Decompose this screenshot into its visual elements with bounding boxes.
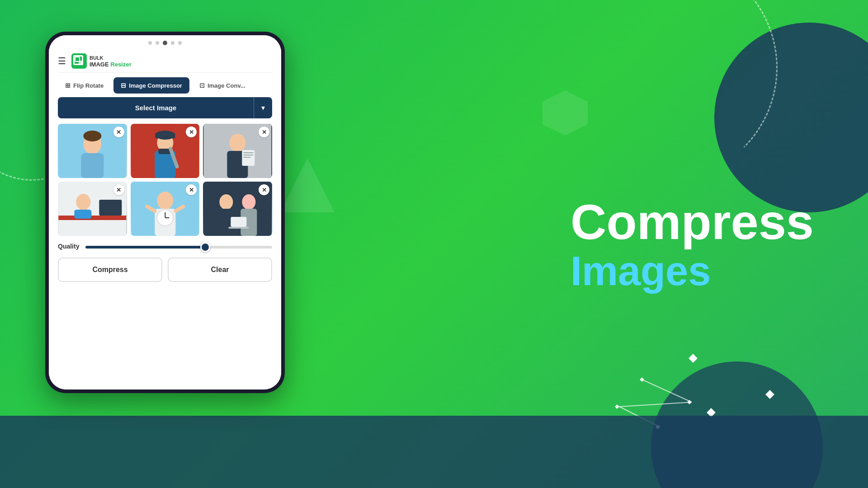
tab-image-converter[interactable]: ⊡ Image Conv... [192, 77, 253, 94]
select-image-row: Select Image ▾ [58, 97, 272, 118]
logo-svg [75, 56, 84, 66]
tab-image-compressor[interactable]: ⊟ Image Compressor [113, 77, 189, 94]
svg-point-35 [157, 192, 173, 210]
svg-rect-20 [155, 133, 175, 138]
tablet-screen: ☰ BULK [49, 35, 281, 389]
tablet-topbar [49, 35, 281, 49]
image-cell-3: ✕ [203, 124, 272, 178]
quality-slider[interactable] [85, 246, 272, 249]
tab-converter-label: Image Conv... [208, 82, 245, 89]
svg-point-45 [242, 194, 256, 210]
svg-rect-27 [244, 155, 254, 155]
svg-rect-33 [74, 210, 91, 219]
svg-rect-28 [244, 157, 251, 158]
svg-rect-30 [58, 216, 126, 220]
svg-point-14 [83, 131, 101, 141]
logo-icon [71, 53, 87, 69]
svg-rect-47 [231, 217, 247, 227]
tablet-dot-1 [148, 41, 152, 45]
close-button-3[interactable]: ✕ [259, 127, 269, 137]
triangle-shape-mid [280, 158, 335, 212]
quality-label: Quality [58, 243, 79, 250]
compressor-icon: ⊟ [121, 82, 126, 89]
svg-rect-9 [75, 57, 80, 61]
nav-tabs: ⊞ Flip Rotate ⊟ Image Compressor ⊡ Image… [58, 73, 272, 97]
close-button-4[interactable]: ✕ [113, 184, 124, 195]
app-header: ☰ BULK [58, 49, 272, 73]
image-cell-6: ✕ [203, 182, 272, 236]
image-cell-5: ✕ [131, 182, 200, 236]
hero-text-block: Compress Images [571, 194, 814, 294]
quality-slider-container [85, 242, 272, 250]
hero-line2: Images [571, 249, 814, 294]
diamond-deco-1 [689, 354, 698, 363]
svg-marker-7 [280, 158, 335, 212]
logo-image-text: IMAGE [90, 61, 109, 68]
image-cell-4: ✕ [58, 182, 127, 236]
svg-rect-48 [229, 227, 249, 229]
svg-point-23 [230, 134, 246, 152]
svg-rect-10 [79, 61, 83, 65]
tablet-dot-3 [171, 41, 175, 45]
close-button-1[interactable]: ✕ [113, 127, 124, 137]
close-button-6[interactable]: ✕ [259, 184, 269, 195]
tab-flip-rotate-label: Flip Rotate [73, 82, 104, 89]
compress-button[interactable]: Compress [58, 258, 162, 282]
hamburger-menu-icon[interactable]: ☰ [58, 56, 66, 66]
clear-button[interactable]: Clear [168, 258, 272, 282]
tablet-camera [163, 41, 167, 45]
flip-rotate-icon: ⊞ [65, 82, 71, 89]
logo-text: BULK IMAGE Resizer [90, 54, 132, 68]
svg-marker-3 [640, 377, 644, 382]
logo-area: BULK IMAGE Resizer [71, 53, 132, 69]
svg-rect-13 [81, 153, 104, 178]
svg-point-32 [76, 194, 90, 210]
tablet-dot-2 [156, 41, 159, 45]
image-cell-2: ✕ [131, 124, 200, 178]
quality-row: Quality [58, 242, 272, 250]
tablet-frame: ☰ BULK [45, 32, 285, 393]
tablet-device: ☰ BULK [45, 14, 285, 474]
action-buttons: Compress Clear [58, 258, 272, 282]
svg-point-43 [220, 194, 233, 210]
dropdown-chevron-icon: ▾ [261, 104, 265, 112]
image-cell-1: ✕ [58, 124, 127, 178]
svg-rect-26 [244, 152, 254, 153]
select-image-dropdown-button[interactable]: ▾ [254, 97, 272, 118]
image-grid: ✕ [58, 124, 272, 236]
logo-bulk-text: BULK [90, 55, 104, 61]
logo-resizer-text: Resizer [111, 61, 132, 68]
tablet-dot-4 [178, 41, 182, 45]
select-image-button[interactable]: Select Image [58, 97, 254, 118]
tab-compressor-label: Image Compressor [129, 82, 182, 89]
svg-marker-5 [615, 404, 619, 409]
tab-flip-rotate[interactable]: ⊞ Flip Rotate [58, 77, 111, 94]
svg-rect-31 [99, 200, 122, 216]
hero-line1: Compress [571, 194, 814, 249]
converter-icon: ⊡ [199, 82, 205, 89]
app-content: ☰ BULK [49, 49, 281, 389]
